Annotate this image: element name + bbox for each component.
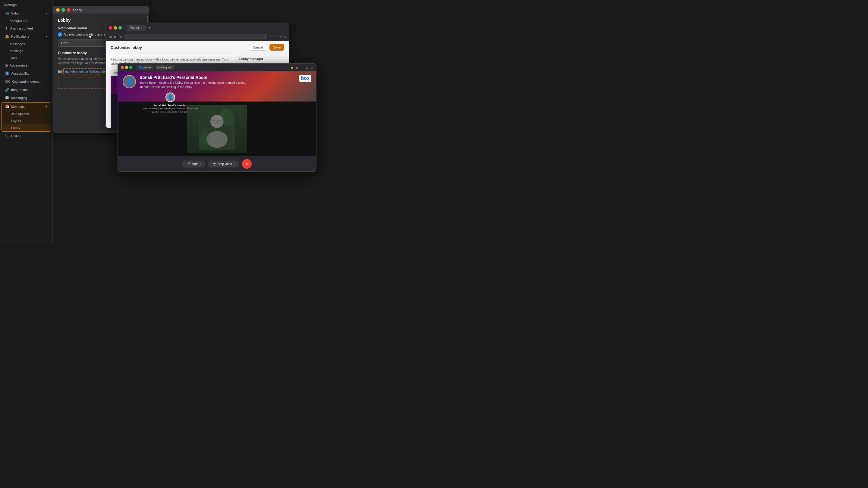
integrations-icon: 🔗 (5, 88, 9, 92)
mic-icon: 🎤 (187, 162, 190, 166)
browser-back-button[interactable]: ◀ (109, 35, 112, 39)
edit-lobby-link[interactable]: my lobby on the Webex site (63, 68, 107, 74)
webex-meeting-window: Webex Meeting info ● ● — ⊡ ✕ 👤 Sonali Pr… (118, 63, 316, 172)
sidebar-item-calling[interactable]: 📞 Calling (1, 132, 51, 140)
browser-max-dot[interactable] (119, 26, 122, 30)
meeting-window-controls: ● ● — ⊡ ✕ (290, 65, 313, 70)
meeting-moved-to-lobby: You've been moved to the lobby. You can … (140, 81, 296, 84)
meeting-tab-info[interactable]: Meeting info (155, 65, 175, 70)
browser-tab-webex[interactable]: Webex × (127, 25, 146, 31)
meeting-close-dot[interactable] (121, 66, 124, 69)
person-video-graphic (199, 108, 235, 150)
participant-waiting-checkbox[interactable] (58, 33, 62, 36)
stop-video-button[interactable]: 📷 Stop video ▾ (208, 161, 239, 167)
end-call-icon: ✕ (245, 162, 248, 166)
browser-close-dot[interactable] (109, 26, 112, 30)
meeting-titlebar: Webex Meeting info ● ● — ⊡ ✕ (118, 64, 316, 71)
sidebar-section-meetings: 📅 Meetings ▾ Join options Layout Lobby (1, 102, 51, 132)
preview-waiting-msg: 18 other people are waiting in the lobby… (152, 111, 189, 113)
sidebar-item-integrations[interactable]: 🔗 Integrations (1, 86, 51, 94)
meeting-tab-bar: Webex Meeting info (136, 65, 175, 70)
sidebar-item-meetings-notifications[interactable]: Meetings (1, 47, 51, 54)
share-icon: ⬆ (5, 26, 8, 30)
meeting-close-x[interactable]: ● (296, 65, 298, 70)
sidebar-item-notifications[interactable]: 🔔 Notifications ▾ (1, 33, 51, 40)
sidebar-item-video[interactable]: 📹 Video ▾ (1, 9, 51, 17)
browser-url-bar[interactable] (124, 34, 267, 39)
browser-home-icon[interactable]: ⌂ (284, 35, 286, 38)
new-tab-button[interactable]: + (148, 26, 150, 30)
preview-avatar: 👤 (165, 93, 175, 102)
sidebar-item-background[interactable]: Background (1, 18, 51, 24)
edit-prefix: Edi (58, 70, 63, 73)
sidebar-item-layout[interactable]: Layout (3, 118, 50, 124)
sidebar-item-messaging[interactable]: 💬 Messaging (1, 94, 51, 102)
chevron-down-icon-notifications: ▾ (46, 35, 48, 38)
mute-chevron-icon[interactable]: ▾ (200, 163, 201, 165)
sidebar-item-accessibility[interactable]: ♿ Accessibility (1, 70, 51, 77)
meeting-tab-webex[interactable]: Webex (136, 65, 154, 70)
meeting-controls-bar: 🎤 Mute ▾ 📷 Stop video ▾ ✕ (118, 156, 316, 171)
sidebar-item-sharing-content[interactable]: ⬆ Sharing content (1, 24, 51, 32)
meetings-icon: 📅 (5, 104, 9, 108)
lobby-settings-titlebar: Lobby (53, 6, 149, 13)
calling-icon: 📞 (5, 134, 9, 138)
lobby-settings-title: Lobby (73, 8, 82, 12)
lobby-window-main-title: Lobby (58, 18, 144, 23)
browser-window-controls (109, 26, 122, 30)
meeting-avatar: 👤 (123, 75, 136, 88)
browser-min-dot[interactable] (114, 26, 117, 30)
keyboard-icon: ⌨ (5, 79, 10, 84)
meeting-info: Sonali Pritchard's Personal Room You've … (140, 75, 296, 89)
sidebar-item-join-options[interactable]: Join options (3, 110, 50, 117)
mute-button[interactable]: 🎤 Mute ▾ (182, 161, 205, 167)
header-button-group: Cancel Save (249, 44, 284, 51)
meeting-room-title: Sonali Pritchard's Personal Room (140, 75, 296, 80)
sidebar-item-keyboard-shortcuts[interactable]: ⌨ Keyboard shortcuts (1, 78, 51, 86)
bell-icon: 🔔 (5, 34, 9, 38)
meeting-window-dots (121, 66, 132, 69)
browser-tab-close[interactable]: × (141, 26, 142, 29)
meeting-yellow-close[interactable]: ● (290, 65, 293, 70)
browser-titlebar: Webex × + (106, 23, 289, 33)
person-video (187, 105, 247, 153)
box-logo: box (299, 75, 311, 82)
appearance-icon: ◑ (5, 63, 8, 67)
meeting-max-dot[interactable] (129, 66, 132, 69)
customize-lobby-header-title: Customize lobby (111, 45, 142, 50)
video-icon: 📹 (5, 11, 9, 15)
sidebar-item-messages[interactable]: Messages (1, 41, 51, 47)
window-controls (56, 8, 70, 12)
browser-menu-icon[interactable]: ⋮⋮⋮ (269, 35, 278, 38)
browser-forward-button[interactable]: ▶ (114, 35, 117, 39)
messaging-icon: 💬 (5, 96, 9, 100)
settings-title: Settings (0, 0, 53, 9)
sidebar-item-meetings[interactable]: 📅 Meetings ▾ (1, 103, 51, 110)
cancel-button[interactable]: Cancel (249, 44, 267, 51)
meeting-waiting-count: 10 other people are waiting in the lobby… (140, 86, 296, 89)
meeting-video-area (118, 101, 316, 156)
chevron-down-icon: ▾ (46, 12, 48, 15)
minimize-button[interactable] (56, 8, 60, 12)
accessibility-icon: ♿ (5, 71, 9, 76)
camera-icon: 📷 (213, 162, 216, 166)
browser-toolbar: ◀ ▶ ↻ ⋮⋮⋮ ✏ ⌂ (106, 33, 289, 41)
chevron-down-icon-meetings: ▾ (45, 104, 47, 108)
meeting-min-btn[interactable]: — (301, 66, 304, 69)
meeting-close-btn[interactable]: ✕ (311, 66, 313, 69)
close-button[interactable] (67, 8, 70, 12)
svg-point-2 (207, 131, 227, 148)
browser-edit-icon[interactable]: ✏ (280, 35, 282, 38)
webex-dot-icon (139, 66, 142, 69)
end-call-button[interactable]: ✕ (242, 159, 252, 169)
sidebar-item-appearance[interactable]: ◑ Appearance (1, 61, 51, 69)
preview-welcome-msg: Thanks for waiting. The meeting will sta… (142, 107, 199, 110)
sidebar-item-calls[interactable]: Calls (1, 55, 51, 61)
browser-refresh-button[interactable]: ↻ (119, 35, 122, 39)
meeting-max-btn[interactable]: ⊡ (306, 66, 308, 69)
video-chevron-icon[interactable]: ▾ (234, 163, 235, 165)
maximize-button[interactable] (61, 8, 65, 12)
meeting-min-dot[interactable] (125, 66, 128, 69)
sidebar-item-lobby[interactable]: Lobby (3, 124, 50, 131)
save-button[interactable]: Save (270, 44, 284, 51)
